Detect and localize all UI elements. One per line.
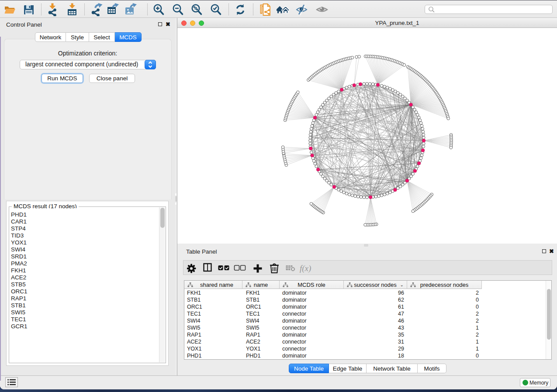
svg-text:f(x): f(x) <box>300 264 311 273</box>
